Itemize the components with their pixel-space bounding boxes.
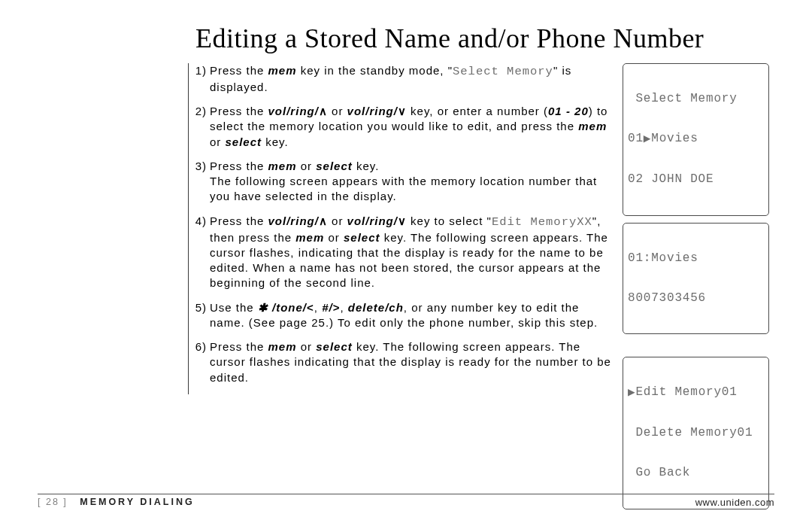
star-icon: ✱ — [258, 301, 268, 314]
section-name: MEMORY DIALING — [80, 497, 194, 507]
step-3: 3) Press the mem or select key. The foll… — [195, 159, 617, 205]
step-6: 6) Press the mem or select key. The foll… — [195, 339, 617, 385]
step-num: 2) — [195, 104, 210, 150]
step-2: 2) Press the vol/ring/∧ or vol/ring/∨ ke… — [195, 104, 617, 150]
pointer-icon: ▶ — [644, 133, 651, 147]
step-num: 6) — [195, 339, 210, 385]
page-number: [ 28 ] — [38, 497, 68, 507]
step-num: 3) — [195, 159, 210, 205]
page-title: Editing a Stored Name and/or Phone Numbe… — [195, 23, 774, 54]
step-1: 1) Press the mem key in the standby mode… — [195, 63, 617, 95]
lcd-edit-menu: ▶Edit Memory01 Delete Memory01 Go Back — [623, 357, 769, 509]
step-num: 4) — [195, 214, 210, 291]
footer-url: www.uniden.com — [695, 497, 774, 508]
display-column: Select Memory 01▶Movies 02 JOHN DOE 01:M… — [623, 63, 773, 517]
step-4: 4) Press the vol/ring/∧ or vol/ring/∨ ke… — [195, 214, 617, 291]
lcd-select-memory: Select Memory 01▶Movies 02 JOHN DOE — [623, 63, 769, 216]
step-num: 5) — [195, 300, 210, 331]
lcd-entry: 01:Movies 8007303456 — [623, 223, 769, 335]
step-5: 5) Use the ✱ /tone/<, #/>, delete/ch, or… — [195, 300, 617, 331]
pointer-icon: ▶ — [628, 387, 635, 400]
step-num: 1) — [195, 63, 210, 95]
instructions-column: 1) Press the mem key in the standby mode… — [188, 63, 617, 394]
page-footer: [ 28 ] MEMORY DIALING www.uniden.com — [38, 494, 774, 508]
